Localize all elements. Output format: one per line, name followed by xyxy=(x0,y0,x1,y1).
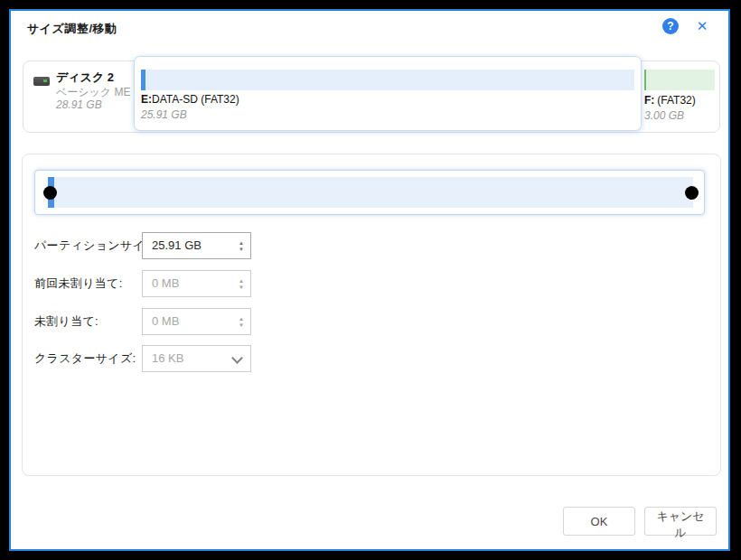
slider-track[interactable] xyxy=(48,177,693,208)
partition-f-name: (FAT32) xyxy=(657,94,695,107)
partition-size-row: パーティションサイズ: 25.91 GB ▲ ▼ xyxy=(23,232,720,259)
cluster-size-label: クラスターサイズ: xyxy=(34,345,136,372)
spinner-icon[interactable]: ▲ ▼ xyxy=(239,233,244,258)
resize-panel: パーティションサイズ: 25.91 GB ▲ ▼ 前回未割り当て: 0 MB ▲… xyxy=(22,154,721,476)
unallocated-after-label: 未割り当て: xyxy=(34,308,98,335)
disk-overview: ディスク 2 ベーシック ME 28.91 GB E:DATA-SD (FAT3… xyxy=(23,61,720,133)
resize-move-dialog: サイズ調整/移動 ? ✕ ディスク 2 ベーシック ME 28.91 GB E:… xyxy=(9,9,730,551)
screen-background: サイズ調整/移動 ? ✕ ディスク 2 ベーシック ME 28.91 GB E:… xyxy=(0,0,741,560)
partition-f-block[interactable]: F:(FAT32) 3.00 GB xyxy=(644,70,717,126)
unallocated-before-row: 前回未割り当て: 0 MB ▲ ▼ xyxy=(23,270,720,297)
resize-slider xyxy=(34,170,705,215)
disk-led xyxy=(43,79,47,82)
partition-f-label: F:(FAT32) xyxy=(644,94,696,107)
spinner-icon: ▲ ▼ xyxy=(239,309,244,334)
unallocated-before-value: 0 MB xyxy=(143,271,250,296)
spinner-down-icon[interactable]: ▼ xyxy=(239,247,244,252)
unallocated-after-row: 未割り当て: 0 MB ▲ ▼ xyxy=(23,308,720,335)
partition-e-card[interactable]: E:DATA-SD (FAT32) 25.91 GB xyxy=(134,56,642,131)
cluster-size-select[interactable]: 16 KB xyxy=(142,345,251,372)
spinner-up-icon: ▲ xyxy=(239,316,244,322)
spinner-icon: ▲ ▼ xyxy=(239,271,244,296)
unallocated-after-input[interactable]: 0 MB ▲ ▼ xyxy=(142,308,251,335)
disk-icon xyxy=(33,77,50,86)
slider-left-handle[interactable] xyxy=(43,186,57,200)
partition-f-drive-letter: F: xyxy=(644,94,654,107)
partition-e-used-segment xyxy=(141,70,145,90)
partition-size-value: 25.91 GB xyxy=(143,233,250,258)
spinner-up-icon: ▲ xyxy=(239,278,244,284)
disk-size: 28.91 GB xyxy=(56,98,102,111)
partition-e-drive-letter: E: xyxy=(141,93,152,106)
partition-e-label: E:DATA-SD (FAT32) xyxy=(141,93,239,106)
dialog-title: サイズ調整/移動 xyxy=(27,21,117,37)
unallocated-after-value: 0 MB xyxy=(143,309,250,334)
cancel-button[interactable]: キャンセル xyxy=(644,507,717,536)
disk-name: ディスク 2 xyxy=(56,70,114,86)
partition-e-name: DATA-SD (FAT32) xyxy=(152,93,239,106)
help-icon[interactable]: ? xyxy=(662,18,679,34)
close-icon[interactable]: ✕ xyxy=(693,17,711,35)
unallocated-before-label: 前回未割り当て: xyxy=(34,270,123,297)
spinner-up-icon[interactable]: ▲ xyxy=(239,240,244,246)
spinner-down-icon: ▼ xyxy=(239,322,244,328)
partition-e-size: 25.91 GB xyxy=(141,108,187,121)
partition-e-bar xyxy=(141,70,634,90)
spinner-down-icon: ▼ xyxy=(239,285,244,290)
partition-f-size: 3.00 GB xyxy=(644,109,684,122)
cluster-size-row: クラスターサイズ: 16 KB xyxy=(23,345,720,372)
ok-button[interactable]: OK xyxy=(563,507,635,536)
partition-size-input[interactable]: 25.91 GB ▲ ▼ xyxy=(142,232,251,259)
unallocated-before-input[interactable]: 0 MB ▲ ▼ xyxy=(142,270,251,297)
slider-right-handle[interactable] xyxy=(685,186,699,200)
partition-f-bar xyxy=(644,70,715,90)
